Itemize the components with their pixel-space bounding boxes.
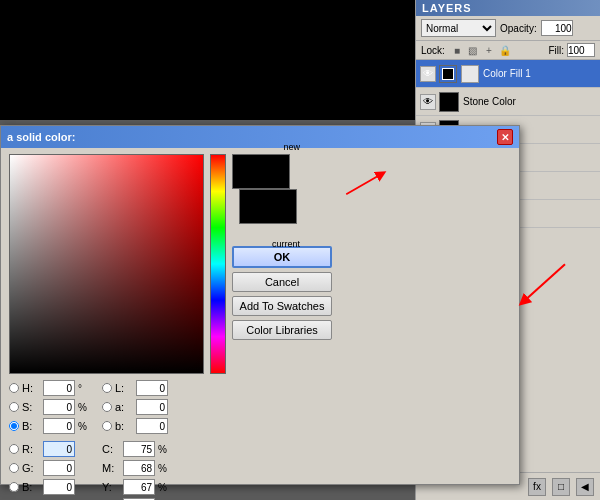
layer-name-stone-color: Stone Color bbox=[463, 96, 596, 107]
s-input[interactable] bbox=[43, 399, 75, 415]
y-label: Y: bbox=[102, 481, 120, 493]
layer-mask-color-fill-1 bbox=[461, 65, 479, 83]
g-label: G: bbox=[22, 462, 40, 474]
layer-thumb-color-fill-1 bbox=[439, 65, 457, 83]
s-radio[interactable] bbox=[9, 402, 19, 412]
blab-radio[interactable] bbox=[102, 421, 112, 431]
swatch-new-label: new bbox=[283, 142, 300, 152]
layer-thumb-stone-color bbox=[439, 92, 459, 112]
fill-label: Fill: bbox=[548, 45, 564, 56]
hue-slider[interactable] bbox=[210, 154, 226, 374]
y-input[interactable] bbox=[123, 479, 155, 495]
color-gradient-picker[interactable] bbox=[9, 154, 204, 374]
layer-eye-color-fill-1[interactable]: 👁 bbox=[420, 66, 436, 82]
l-label: L: bbox=[115, 382, 133, 394]
opacity-label: Opacity: bbox=[500, 23, 537, 34]
layers-toolbar: Normal Opacity: bbox=[416, 16, 600, 41]
color-libraries-button[interactable]: Color Libraries bbox=[232, 320, 332, 340]
dialog-close-button[interactable]: ✕ bbox=[497, 129, 513, 145]
h-label: H: bbox=[22, 382, 40, 394]
dialog-title-text: a solid color: bbox=[7, 131, 75, 143]
a-label: a: bbox=[115, 401, 133, 413]
b-radio[interactable] bbox=[9, 421, 19, 431]
gradient-overlay bbox=[10, 155, 203, 373]
blend-mode-select[interactable]: Normal bbox=[421, 19, 496, 37]
lock-position-icon[interactable]: + bbox=[482, 43, 496, 57]
dialog-title-bar: a solid color: ✕ bbox=[1, 126, 519, 148]
swatch-new-box bbox=[232, 154, 290, 189]
a-field-row: a: bbox=[102, 399, 172, 415]
layer-item-stone-color[interactable]: 👁 Stone Color bbox=[416, 88, 600, 116]
layers-panel-title: LAYERS bbox=[416, 0, 600, 16]
h-unit: ° bbox=[78, 383, 92, 394]
layer-name-color-fill-1: Color Fill 1 bbox=[483, 68, 596, 79]
b-label: B: bbox=[22, 420, 40, 432]
y-unit: % bbox=[158, 482, 172, 493]
lock-label: Lock: bbox=[421, 45, 445, 56]
lab-cmyk-fields: L: a: b: C: % bbox=[102, 380, 172, 500]
g-input[interactable] bbox=[43, 460, 75, 476]
l-field-row: L: bbox=[102, 380, 172, 396]
blue-field-row: B: bbox=[9, 479, 92, 495]
blab-input[interactable] bbox=[136, 418, 168, 434]
swatch-current-label: current bbox=[272, 239, 300, 249]
swatch-stack: new current bbox=[232, 154, 302, 236]
lock-all-icon[interactable]: 🔒 bbox=[498, 43, 512, 57]
l-input[interactable] bbox=[136, 380, 168, 396]
lock-transparent-icon[interactable]: ■ bbox=[450, 43, 464, 57]
c-input[interactable] bbox=[123, 441, 155, 457]
b-input[interactable] bbox=[43, 418, 75, 434]
add-to-swatches-button[interactable]: Add To Swatches bbox=[232, 296, 332, 316]
g-field-row: G: bbox=[9, 460, 92, 476]
cancel-button[interactable]: Cancel bbox=[232, 272, 332, 292]
dialog-top-row: new current OK Cancel Add To Swatches Co… bbox=[9, 154, 511, 374]
s-unit: % bbox=[78, 402, 92, 413]
color-picker-dialog: a solid color: ✕ new current OK Cancel bbox=[0, 125, 520, 485]
y-field-row: Y: % bbox=[102, 479, 172, 495]
hsb-rgb-fields: H: ° S: % B: % R: bbox=[9, 380, 92, 500]
swatch-current-box bbox=[239, 189, 297, 224]
m-label: M: bbox=[102, 462, 120, 474]
dialog-inner: new current OK Cancel Add To Swatches Co… bbox=[1, 148, 519, 500]
blue-input[interactable] bbox=[43, 479, 75, 495]
color-fields: H: ° S: % B: % R: bbox=[9, 380, 511, 500]
blue-label: B: bbox=[22, 481, 40, 493]
r-input[interactable] bbox=[43, 441, 75, 457]
l-radio[interactable] bbox=[102, 383, 112, 393]
fill-input[interactable] bbox=[567, 43, 595, 57]
fx-icon[interactable]: fx bbox=[528, 478, 546, 496]
blue-radio[interactable] bbox=[9, 482, 19, 492]
m-unit: % bbox=[158, 463, 172, 474]
layer-item-color-fill-1[interactable]: 👁 Color Fill 1 bbox=[416, 60, 600, 88]
layers-toolbar2: Lock: ■ ▧ + 🔒 Fill: bbox=[416, 41, 600, 60]
h-radio[interactable] bbox=[9, 383, 19, 393]
r-label: R: bbox=[22, 443, 40, 455]
color-fill-indicator bbox=[442, 68, 454, 80]
mask-icon[interactable]: □ bbox=[552, 478, 570, 496]
m-input[interactable] bbox=[123, 460, 155, 476]
lock-pixels-icon[interactable]: ▧ bbox=[466, 43, 480, 57]
a-radio[interactable] bbox=[102, 402, 112, 412]
c-field-row: C: % bbox=[102, 441, 172, 457]
blab-field-row: b: bbox=[102, 418, 172, 434]
r-field-row: R: bbox=[9, 441, 92, 457]
layer-eye-stone-color[interactable]: 👁 bbox=[420, 94, 436, 110]
c-unit: % bbox=[158, 444, 172, 455]
g-radio[interactable] bbox=[9, 463, 19, 473]
h-field-row: H: ° bbox=[9, 380, 92, 396]
ok-button[interactable]: OK bbox=[232, 246, 332, 268]
a-input[interactable] bbox=[136, 399, 168, 415]
s-label: S: bbox=[22, 401, 40, 413]
m-field-row: M: % bbox=[102, 460, 172, 476]
b-unit: % bbox=[78, 421, 92, 432]
lock-icons: ■ ▧ + 🔒 bbox=[450, 43, 512, 57]
s-field-row: S: % bbox=[9, 399, 92, 415]
adjustment-icon[interactable]: ◀ bbox=[576, 478, 594, 496]
h-input[interactable] bbox=[43, 380, 75, 396]
c-label: C: bbox=[102, 443, 120, 455]
preview-and-buttons: new current OK Cancel Add To Swatches Co… bbox=[232, 154, 332, 374]
canvas-black-top bbox=[0, 0, 415, 120]
opacity-input[interactable] bbox=[541, 20, 573, 36]
r-radio[interactable] bbox=[9, 444, 19, 454]
b-field-row: B: % bbox=[9, 418, 92, 434]
